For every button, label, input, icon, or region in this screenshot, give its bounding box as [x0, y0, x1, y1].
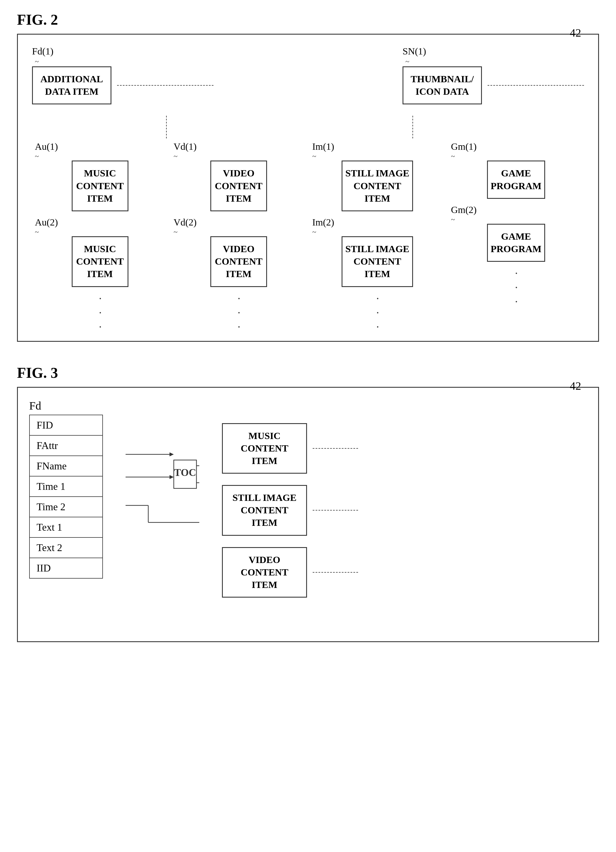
music-dashed-right — [313, 448, 358, 449]
table-row: FID — [30, 415, 102, 435]
fig3-main-layout: FID FAttr FName Time 1 Time 2 — [29, 415, 587, 598]
fd1-label: Fd(1) — [32, 46, 54, 57]
fig3-video-box: VIDEOCONTENTITEM — [222, 547, 307, 598]
fig3-video-row: VIDEOCONTENTITEM — [222, 547, 358, 598]
fig3-row-fid: FID — [30, 415, 102, 435]
music-content-item-2: MUSICCONTENTITEM — [72, 236, 128, 287]
col1-dots: . — [99, 290, 101, 301]
table-row: FAttr — [30, 435, 102, 456]
table-row: Time 1 — [30, 476, 102, 497]
fig3-connections-svg: TOC — [126, 432, 199, 528]
fig2-badge: 42 — [570, 26, 581, 39]
fig3-fd-table-wrapper: FID FAttr FName Time 1 Time 2 — [29, 415, 103, 579]
col3-dots3: . — [376, 318, 378, 329]
col3-dots2: . — [376, 304, 378, 316]
game-program-1: GAMEPROGRAM — [487, 160, 545, 198]
table-row: FName — [30, 456, 102, 476]
col-game: Gm(1) ~ GAMEPROGRAM Gm(2) ~ GAMEPROGRAM … — [448, 141, 584, 329]
table-row: IID — [30, 558, 102, 578]
col4-dots2: . — [515, 279, 517, 290]
fig3-row-fattr: FAttr — [30, 435, 102, 456]
fig3-arrows-toc: TOC — [126, 432, 199, 528]
fig3-row-time1: Time 1 — [30, 476, 102, 497]
fig2-content-rows: Au(1) ~ MUSICCONTENTITEM Au(2) ~ MUSICCO… — [29, 141, 587, 329]
still-image-item-2: STILL IMAGECONTENTITEM — [342, 236, 413, 287]
still-image-item-1: STILL IMAGECONTENTITEM — [342, 160, 413, 211]
col2-dots3: . — [238, 318, 240, 329]
col-still-image: Im(1) ~ STILL IMAGECONTENTITEM Im(2) ~ S… — [310, 141, 445, 329]
sn1-label: SN(1) — [402, 46, 426, 57]
fig2-top-left-inner: ADDITIONALDATA ITEM — [32, 66, 214, 104]
col2-dots2: . — [238, 304, 240, 316]
svg-marker-1 — [170, 452, 174, 456]
fig3-still-image-row: STILL IMAGECONTENTITEM — [222, 485, 358, 536]
fig2-top-right: SN(1) ~ THUMBNAIL/ICON DATA — [402, 46, 584, 104]
fig3-fd-label: Fd — [29, 399, 587, 412]
table-row: Time 2 — [30, 497, 102, 517]
vert-dashed-1 — [166, 116, 167, 138]
still-image-dashed-right — [313, 510, 358, 511]
fig3-row-iid: IID — [30, 558, 102, 578]
video-content-item-1: VIDEOCONTENTITEM — [210, 160, 267, 211]
fig2-top-right-inner: THUMBNAIL/ICON DATA — [402, 66, 584, 104]
table-row: Text 1 — [30, 517, 102, 538]
fig3-row-time2: Time 2 — [30, 497, 102, 517]
music-content-item-1: MUSICCONTENTITEM — [72, 160, 128, 211]
col2-dots: . — [238, 290, 240, 301]
col4-dots: . — [515, 264, 517, 276]
fig3-row-fname: FName — [30, 456, 102, 476]
vertical-connectors-top — [29, 116, 587, 138]
gm1-label: Gm(1) — [451, 141, 477, 152]
fig3-right-items: MUSICCONTENTITEM STILL IMAGECONTENTITEM … — [222, 423, 358, 598]
additional-data-item-box: ADDITIONALDATA ITEM — [32, 66, 111, 104]
col-video: Vd(1) ~ VIDEOCONTENTITEM Vd(2) ~ VIDEOCO… — [171, 141, 306, 329]
fig3-row-text2: Text 2 — [30, 538, 102, 558]
top-left-dashed — [117, 85, 214, 86]
fig3-badge: 42 — [570, 379, 581, 393]
fig2-title: FIG. 2 — [17, 11, 599, 28]
col1-dots3: . — [99, 318, 101, 329]
fig3-row-text1: Text 1 — [30, 517, 102, 538]
fig3-title: FIG. 3 — [17, 364, 599, 381]
col4-dots3: . — [515, 293, 517, 304]
svg-marker-3 — [170, 475, 174, 479]
fig3-music-box: MUSICCONTENTITEM — [222, 423, 307, 474]
top-right-dashed — [488, 85, 584, 86]
fig3-container: 42 Fd FID FAttr FName Time 1 — [17, 387, 599, 642]
au1-label: Au(1) — [35, 141, 58, 152]
game-program-2: GAMEPROGRAM — [487, 224, 545, 262]
vd1-label: Vd(1) — [173, 141, 196, 152]
table-row: Text 2 — [30, 538, 102, 558]
im2-label: Im(2) — [312, 217, 334, 228]
fig2-container: 42 Fd(1) ~ ADDITIONALDATA ITEM SN(1) ~ T… — [17, 34, 599, 342]
col1-dots2: . — [99, 304, 101, 316]
figure-3-section: FIG. 3 42 Fd FID FAttr FName Time — [17, 364, 599, 642]
video-dashed-right — [313, 572, 358, 573]
vert-dashed-3 — [413, 116, 413, 138]
vd2-label: Vd(2) — [173, 217, 196, 228]
fig2-top-row: Fd(1) ~ ADDITIONALDATA ITEM SN(1) ~ THUM… — [29, 46, 587, 104]
im1-label: Im(1) — [312, 141, 334, 152]
col-music: Au(1) ~ MUSICCONTENTITEM Au(2) ~ MUSICCO… — [32, 141, 168, 329]
svg-text:TOC: TOC — [174, 467, 196, 478]
gm2-label: Gm(2) — [451, 204, 477, 215]
video-content-item-2: VIDEOCONTENTITEM — [210, 236, 267, 287]
fig3-music-row: MUSICCONTENTITEM — [222, 423, 358, 474]
au2-label: Au(2) — [35, 217, 58, 228]
fig2-top-left: Fd(1) ~ ADDITIONALDATA ITEM — [32, 46, 214, 104]
fig3-still-image-box: STILL IMAGECONTENTITEM — [222, 485, 307, 536]
col3-dots: . — [376, 290, 378, 301]
figure-2-section: FIG. 2 42 Fd(1) ~ ADDITIONALDATA ITEM SN… — [17, 11, 599, 342]
fig3-fd-table: FID FAttr FName Time 1 Time 2 — [29, 415, 103, 579]
thumbnail-icon-data-box: THUMBNAIL/ICON DATA — [402, 66, 482, 104]
